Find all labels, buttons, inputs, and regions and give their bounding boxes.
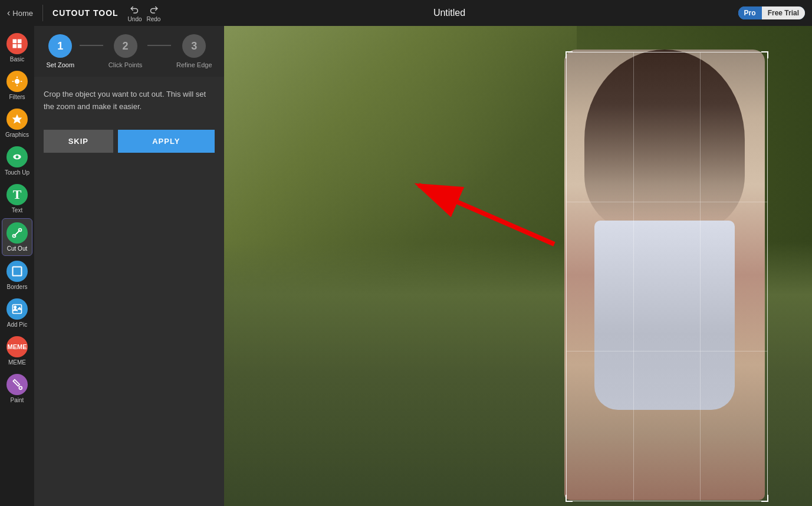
text-label: Text — [12, 207, 22, 213]
svg-point-4 — [15, 79, 19, 84]
meme-label: MEME — [8, 359, 26, 366]
home-arrow-icon: ‹ — [7, 8, 10, 18]
sidebar-item-cutout[interactable]: Cut Out — [2, 218, 32, 256]
basic-icon — [6, 33, 28, 54]
sidebar-item-touchup[interactable]: Touch Up — [2, 143, 32, 179]
sidebar-item-basic[interactable]: Basic — [2, 29, 32, 66]
filters-icon — [6, 71, 28, 92]
step-connector-1 — [80, 45, 103, 46]
crop-grid-line-v1 — [633, 52, 634, 501]
tool-panel: 1 Set Zoom 2 Click Points 3 Refine Edge — [34, 26, 224, 506]
sidebar-item-addpic[interactable]: Add Pic — [2, 295, 32, 331]
paint-icon — [6, 374, 28, 395]
svg-rect-1 — [18, 40, 22, 44]
step-connector-2 — [147, 45, 171, 46]
instructions-text: Crop the object you want to cut out. Thi… — [34, 77, 224, 125]
svg-line-15 — [14, 230, 20, 236]
text-icon: T — [6, 184, 28, 205]
step-2-label: Click Points — [109, 61, 142, 68]
trial-label: Free Trial — [762, 6, 805, 19]
left-sidebar: Basic Filters Graphics Touch Up T Text — [0, 26, 34, 506]
undo-label: Undo — [128, 16, 142, 22]
filters-label: Filters — [9, 94, 25, 100]
paint-label: Paint — [11, 397, 24, 403]
step-3-label: Refine Edge — [176, 61, 212, 68]
tool-title: CUTOUT TOOL — [52, 8, 119, 18]
home-button[interactable]: ‹ Home — [7, 8, 33, 18]
step-1: 1 Set Zoom — [46, 34, 74, 68]
action-buttons: SKIP APPLY — [34, 130, 224, 153]
undo-icon — [130, 4, 140, 15]
crop-handle-topright[interactable] — [761, 51, 768, 58]
cutout-icon — [6, 222, 28, 244]
sidebar-item-filters[interactable]: Filters — [2, 67, 32, 104]
step-1-number: 1 — [57, 40, 63, 52]
step-3: 3 Refine Edge — [176, 34, 212, 68]
instructions-content: Crop the object you want to cut out. Thi… — [44, 90, 206, 111]
redo-icon — [148, 4, 159, 15]
step-1-circle: 1 — [48, 34, 72, 58]
svg-marker-9 — [12, 114, 22, 124]
svg-rect-2 — [13, 44, 17, 48]
canvas-area[interactable] — [224, 26, 812, 506]
svg-point-11 — [16, 156, 19, 159]
crop-handle-bottomright[interactable] — [761, 495, 768, 502]
undo-redo-group: Undo Redo — [128, 4, 161, 22]
borders-icon — [6, 261, 28, 282]
svg-point-19 — [19, 386, 22, 389]
borders-label: Borders — [6, 284, 27, 290]
sidebar-item-paint[interactable]: Paint — [2, 370, 32, 407]
pro-badge: Pro Free Trial — [738, 6, 805, 19]
svg-rect-16 — [13, 267, 22, 276]
undo-button[interactable]: Undo — [128, 4, 142, 22]
addpic-label: Add Pic — [7, 321, 27, 328]
meme-icon: MEME — [6, 336, 28, 357]
topbar: ‹ Home CUTOUT TOOL Undo Redo Untitled Pr… — [0, 0, 812, 26]
redo-button[interactable]: Redo — [147, 4, 161, 22]
step-3-circle: 3 — [182, 34, 206, 58]
document-title: Untitled — [170, 8, 728, 18]
crop-handle-bottomleft[interactable] — [566, 495, 573, 502]
graphics-label: Graphics — [5, 132, 29, 138]
touchup-icon — [6, 146, 28, 167]
cutout-label: Cut Out — [7, 245, 27, 252]
crop-grid-line-v2 — [700, 52, 701, 501]
step-2: 2 Click Points — [109, 34, 142, 68]
basic-label: Basic — [10, 56, 24, 63]
home-label: Home — [12, 9, 33, 18]
crop-handle-topleft[interactable] — [566, 51, 573, 58]
apply-button[interactable]: APPLY — [118, 130, 215, 153]
crop-box[interactable] — [566, 52, 768, 501]
svg-rect-3 — [18, 44, 22, 48]
sidebar-item-text[interactable]: T Text — [2, 180, 32, 217]
skip-button[interactable]: SKIP — [44, 130, 113, 153]
graphics-icon — [6, 109, 28, 130]
sidebar-item-graphics[interactable]: Graphics — [2, 105, 32, 142]
sidebar-item-borders[interactable]: Borders — [2, 257, 32, 294]
crop-grid-line-h2 — [567, 351, 767, 351]
pro-label: Pro — [738, 6, 762, 19]
touchup-label: Touch Up — [5, 169, 29, 176]
redo-label: Redo — [147, 16, 161, 22]
step-1-label: Set Zoom — [46, 61, 74, 68]
addpic-icon — [6, 298, 28, 320]
svg-rect-0 — [13, 40, 17, 44]
topbar-separator — [42, 5, 43, 21]
svg-point-18 — [14, 306, 16, 308]
steps-bar: 1 Set Zoom 2 Click Points 3 Refine Edge — [34, 26, 224, 77]
sidebar-item-meme[interactable]: MEME MEME — [2, 333, 32, 369]
step-3-number: 3 — [191, 40, 197, 52]
main-content: Basic Filters Graphics Touch Up T Text — [0, 26, 812, 506]
crop-grid-line-h1 — [567, 202, 767, 202]
step-2-number: 2 — [123, 40, 129, 52]
step-2-circle: 2 — [114, 34, 137, 58]
